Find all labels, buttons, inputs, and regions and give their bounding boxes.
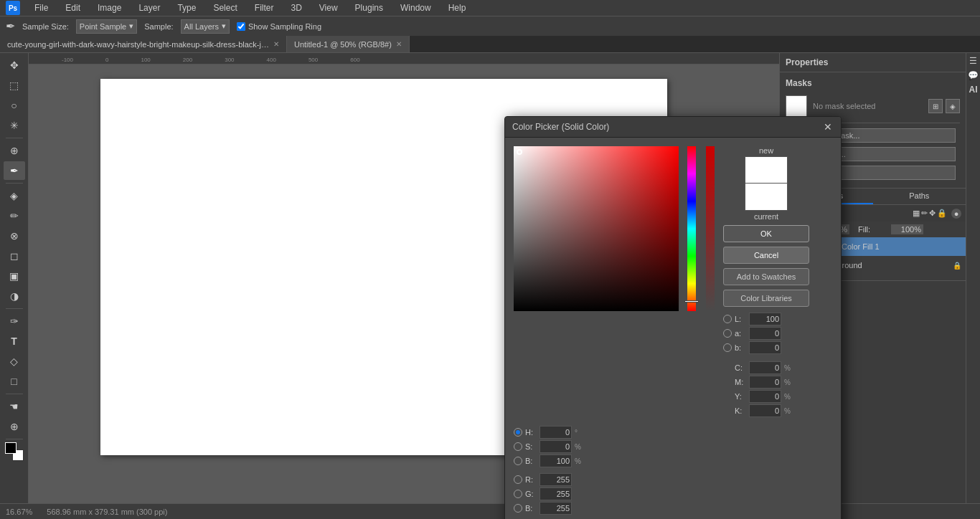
H-label: H: [525, 428, 537, 437]
H-unit: ° [575, 429, 585, 437]
G-label: G: [525, 490, 537, 498]
H-radio[interactable] [514, 428, 522, 437]
color-values-section: H: ° S: % B: % [505, 426, 841, 519]
K-row: K: % [723, 404, 809, 417]
C-row: C: % [723, 361, 809, 374]
color-preview-section: new current [723, 146, 809, 221]
S-row: S: % [514, 440, 585, 453]
color-picker-overlay: Color Picker (Solid Color) ✕ [0, 0, 980, 519]
H-input[interactable] [540, 426, 572, 439]
alpha-slider[interactable] [705, 146, 716, 311]
C-label: C: [735, 363, 746, 372]
dialog-right-section: new current OK Cancel Add to Swatches Co… [723, 146, 809, 417]
Y-input[interactable] [749, 390, 781, 403]
dialog-title: Color Picker (Solid Color) [512, 122, 609, 132]
b-radio[interactable] [723, 343, 732, 352]
M-unit: % [784, 378, 794, 386]
S-input[interactable] [540, 440, 572, 453]
color-libraries-button[interactable]: Color Libraries [723, 290, 809, 307]
ok-button[interactable]: OK [723, 225, 809, 242]
B-input[interactable] [540, 454, 572, 467]
b-label: b: [735, 343, 746, 352]
hue-slider-bar [687, 146, 696, 311]
R-radio[interactable] [514, 475, 522, 484]
a-input[interactable] [749, 327, 781, 340]
B-unit: % [575, 457, 585, 465]
B2-label: B: [525, 504, 537, 513]
B-label: B: [525, 457, 537, 465]
C-unit: % [784, 364, 794, 372]
G-radio[interactable] [514, 490, 522, 498]
G-input[interactable] [540, 487, 572, 500]
L-radio[interactable] [723, 315, 732, 323]
cancel-button[interactable]: Cancel [723, 247, 809, 264]
M-input[interactable] [749, 376, 781, 389]
dialog-titlebar: Color Picker (Solid Color) ✕ [505, 117, 841, 138]
B-row: B: % [514, 454, 585, 467]
B2-row: B: [514, 502, 585, 515]
B2-input[interactable] [540, 502, 572, 515]
a-label: a: [735, 329, 746, 338]
S-label: S: [525, 442, 537, 451]
L-label: L: [735, 315, 746, 323]
K-label: K: [735, 406, 746, 415]
S-unit: % [575, 443, 585, 451]
L-row: L: 100 [723, 313, 809, 325]
b-row: b: [723, 341, 809, 354]
B-radio[interactable] [514, 457, 522, 465]
dialog-close-button[interactable]: ✕ [822, 121, 834, 133]
current-color-swatch [745, 184, 788, 211]
color-spectrum-area[interactable] [514, 146, 679, 311]
Y-unit: % [784, 393, 794, 401]
B2-radio[interactable] [514, 504, 522, 513]
color-values-right: L: 100 a: b: [723, 313, 809, 417]
S-radio[interactable] [514, 442, 522, 451]
R-row: R: [514, 473, 585, 486]
new-color-swatch [745, 156, 788, 184]
add-to-swatches-button[interactable]: Add to Swatches [723, 268, 809, 285]
Y-row: Y: % [723, 390, 809, 403]
G-row: G: [514, 487, 585, 500]
R-input[interactable] [540, 473, 572, 486]
K-unit: % [784, 407, 794, 415]
new-label: new [759, 146, 773, 155]
R-label: R: [525, 475, 537, 484]
L-input[interactable]: 100 [749, 313, 781, 325]
current-label: current [754, 212, 778, 221]
H-row: H: ° [514, 426, 585, 439]
b-input[interactable] [749, 341, 781, 354]
alpha-slider-bar [706, 146, 715, 311]
M-label: M: [735, 378, 746, 386]
dialog-body: new current OK Cancel Add to Swatches Co… [505, 138, 841, 426]
Y-label: Y: [735, 392, 746, 401]
M-row: M: % [723, 376, 809, 389]
color-values-left: H: ° S: % B: % [514, 426, 585, 519]
a-row: a: [723, 327, 809, 340]
a-radio[interactable] [723, 329, 732, 338]
C-input[interactable] [749, 361, 781, 374]
color-picker-dialog: Color Picker (Solid Color) ✕ [504, 116, 842, 519]
hue-slider[interactable] [686, 146, 697, 311]
K-input[interactable] [749, 404, 781, 417]
